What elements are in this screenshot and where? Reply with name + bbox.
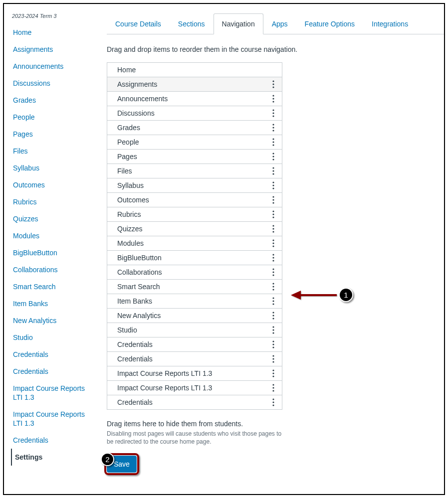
kebab-icon[interactable] — [270, 326, 277, 334]
tab-integrations[interactable]: Integrations — [363, 13, 417, 34]
sidebar-item[interactable]: Assignments — [11, 41, 92, 58]
sidebar-item[interactable]: Modules — [11, 227, 92, 244]
sidebar-item[interactable]: Quizzes — [11, 210, 92, 227]
nav-item-row[interactable]: Assignments — [107, 77, 282, 92]
sidebar-item[interactable]: Credentials — [11, 346, 92, 363]
kebab-icon[interactable] — [270, 166, 277, 175]
sidebar-item[interactable]: Smart Search — [11, 278, 92, 295]
nav-item-row[interactable]: BigBlueButton — [107, 251, 282, 265]
sidebar-link[interactable]: Item Banks — [13, 300, 48, 308]
kebab-icon[interactable] — [270, 282, 277, 291]
nav-item-row[interactable]: Files — [107, 164, 282, 178]
nav-item-row[interactable]: Rubrics — [107, 207, 282, 222]
tab-feature-options[interactable]: Feature Options — [296, 13, 363, 34]
nav-item-row[interactable]: Impact Course Reports LTI 1.3 — [107, 366, 282, 381]
sidebar-item[interactable]: Credentials — [11, 432, 92, 449]
kebab-icon[interactable] — [270, 369, 277, 378]
kebab-icon[interactable] — [270, 210, 277, 219]
sidebar-item[interactable]: People — [11, 109, 92, 126]
sidebar-item[interactable]: Grades — [11, 92, 92, 109]
kebab-icon[interactable] — [270, 383, 277, 392]
tab-sections[interactable]: Sections — [170, 13, 214, 34]
sidebar-item[interactable]: Outcomes — [11, 176, 92, 193]
sidebar-item[interactable]: Rubrics — [11, 193, 92, 210]
kebab-icon[interactable] — [270, 224, 277, 233]
tab-course-details[interactable]: Course Details — [107, 13, 170, 34]
nav-item-row[interactable]: Discussions — [107, 106, 282, 121]
sidebar-item[interactable]: Impact Course Reports LTI 1.3 — [11, 406, 92, 432]
sidebar-link[interactable]: Assignments — [13, 45, 53, 53]
nav-item-row[interactable]: Quizzes — [107, 222, 282, 236]
kebab-icon[interactable] — [270, 297, 277, 306]
sidebar-link[interactable]: Files — [13, 147, 28, 155]
kebab-icon[interactable] — [270, 138, 277, 147]
sidebar-item[interactable]: BigBlueButton — [11, 244, 92, 261]
tab-navigation[interactable]: Navigation — [214, 13, 263, 34]
sidebar-link[interactable]: Credentials — [13, 436, 48, 444]
kebab-icon[interactable] — [270, 94, 277, 103]
nav-item-row[interactable]: Modules — [107, 236, 282, 251]
sidebar-link[interactable]: Studio — [13, 333, 33, 341]
nav-item-row[interactable]: Grades — [107, 121, 282, 135]
sidebar-link[interactable]: New Analytics — [13, 317, 56, 325]
nav-item-row[interactable]: Collaborations — [107, 265, 282, 280]
nav-item-row[interactable]: Item Banks — [107, 294, 282, 309]
kebab-icon[interactable] — [270, 80, 277, 89]
kebab-icon[interactable] — [270, 354, 277, 363]
sidebar-link[interactable]: Impact Course Reports LTI 1.3 — [13, 410, 85, 427]
sidebar-link[interactable]: Collaborations — [13, 266, 58, 274]
sidebar-link[interactable]: Announcements — [13, 62, 63, 70]
kebab-icon[interactable] — [270, 239, 277, 248]
kebab-icon[interactable] — [270, 340, 277, 349]
kebab-icon[interactable] — [270, 195, 277, 204]
nav-item-row[interactable]: Outcomes — [107, 193, 282, 207]
sidebar-link[interactable]: Pages — [13, 130, 33, 138]
nav-item-row[interactable]: Studio — [107, 323, 282, 337]
sidebar-link[interactable]: Smart Search — [13, 283, 56, 291]
sidebar-link[interactable]: Modules — [13, 232, 39, 240]
nav-item-row[interactable]: New Analytics — [107, 309, 282, 323]
sidebar-link[interactable]: Grades — [13, 96, 36, 104]
sidebar-item[interactable]: New Analytics — [11, 312, 92, 329]
sidebar-item[interactable]: Home — [11, 24, 92, 41]
nav-item-row[interactable]: Syllabus — [107, 178, 282, 193]
kebab-icon[interactable] — [270, 398, 277, 407]
nav-item-row[interactable]: Smart Search — [107, 280, 282, 294]
nav-item-row[interactable]: Credentials — [107, 395, 282, 410]
nav-item-row[interactable]: Credentials — [107, 337, 282, 352]
kebab-icon[interactable] — [270, 152, 277, 161]
sidebar-item[interactable]: Pages — [11, 126, 92, 143]
nav-item-row[interactable]: Impact Course Reports LTI 1.3 — [107, 381, 282, 395]
kebab-icon[interactable] — [270, 253, 277, 262]
kebab-icon[interactable] — [270, 181, 277, 190]
nav-item-row[interactable]: People — [107, 135, 282, 150]
sidebar-link[interactable]: Outcomes — [13, 181, 45, 189]
sidebar-link[interactable]: BigBlueButton — [13, 249, 57, 257]
sidebar-link[interactable]: Syllabus — [13, 164, 39, 172]
sidebar-item[interactable]: Announcements — [11, 58, 92, 75]
sidebar-link[interactable]: Home — [13, 28, 31, 36]
kebab-icon[interactable] — [270, 109, 277, 118]
sidebar-item[interactable]: Item Banks — [11, 295, 92, 312]
kebab-icon[interactable] — [270, 123, 277, 132]
sidebar-link[interactable]: Impact Course Reports LTI 1.3 — [13, 384, 85, 401]
sidebar-link[interactable]: People — [13, 113, 35, 121]
nav-item-row[interactable]: Pages — [107, 150, 282, 164]
sidebar-item-settings[interactable]: Settings — [11, 449, 92, 466]
sidebar-item[interactable]: Impact Course Reports LTI 1.3 — [11, 380, 92, 406]
sidebar-link[interactable]: Discussions — [13, 79, 50, 87]
kebab-icon[interactable] — [270, 311, 277, 320]
sidebar-link[interactable]: Quizzes — [13, 215, 38, 223]
sidebar-item[interactable]: Collaborations — [11, 261, 92, 278]
nav-item-row[interactable]: Credentials — [107, 352, 282, 366]
nav-item-row[interactable]: Announcements — [107, 92, 282, 106]
sidebar-link[interactable]: Credentials — [13, 350, 48, 358]
sidebar-link[interactable]: Credentials — [13, 367, 48, 375]
tab-apps[interactable]: Apps — [263, 13, 296, 34]
kebab-icon[interactable] — [270, 268, 277, 277]
sidebar-link[interactable]: Rubrics — [13, 198, 36, 206]
sidebar-item[interactable]: Discussions — [11, 75, 92, 92]
sidebar-item[interactable]: Syllabus — [11, 160, 92, 176]
sidebar-item[interactable]: Studio — [11, 329, 92, 346]
sidebar-item[interactable]: Files — [11, 143, 92, 160]
